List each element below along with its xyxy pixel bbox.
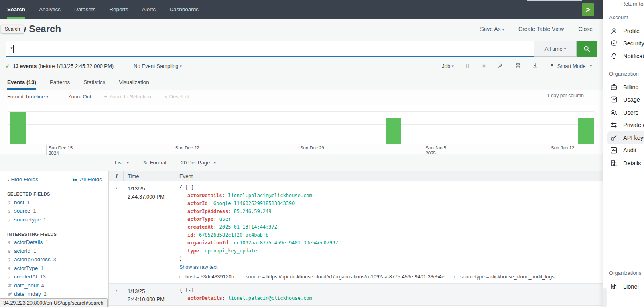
json-field: actorDetails: lionel.palacin@clickhouse.…	[179, 192, 603, 200]
console-menu-item[interactable]: Lionel	[607, 280, 644, 293]
column-info: i	[109, 171, 124, 181]
return-link[interactable]: Return to	[621, 1, 644, 7]
gridline	[8, 137, 594, 137]
field-item[interactable]: ahost1	[7, 199, 108, 205]
stop-icon[interactable]	[481, 63, 487, 69]
console-menu-item[interactable]: Audit	[607, 144, 644, 157]
timeline-bar[interactable]	[578, 118, 594, 144]
timeline-bar[interactable]	[10, 112, 26, 144]
console-menu-item[interactable]: API keys	[607, 131, 644, 144]
event-row: › 1/13/25 2:44:37.000 PM { [-] actorDeta…	[109, 181, 603, 284]
smart-mode-menu[interactable]: Smart Mode▾	[549, 63, 592, 69]
field-item[interactable]: aactorDetails1	[7, 239, 108, 245]
flag-icon	[549, 63, 555, 69]
collapse-json-link[interactable]: [-]	[185, 185, 194, 190]
nav-item[interactable]: Dashboards	[169, 0, 199, 19]
nav-item[interactable]: Analytics	[39, 0, 61, 19]
field-item[interactable]: aactorType1	[7, 265, 108, 271]
selected-fields-list: ahost1asource1asourcetype1	[7, 199, 108, 223]
show-raw-text-link[interactable]: Show as raw text	[179, 263, 217, 271]
console-menu-item[interactable]: Usage	[607, 94, 644, 106]
field-item[interactable]: #date_hour4	[7, 282, 108, 289]
save-as-button[interactable]: Save As▾	[480, 26, 504, 32]
time-range-picker[interactable]: All time▾	[534, 41, 577, 57]
tab[interactable]: Patterns	[50, 74, 70, 90]
audit-icon	[610, 146, 618, 154]
interesting-fields-title: INTERESTING FIELDS	[7, 232, 108, 237]
nav-item[interactable]: Datasets	[74, 0, 95, 19]
console-menu-item[interactable]: Profile	[607, 25, 644, 37]
console-menu-item[interactable]: Billing	[607, 81, 644, 94]
header-actions: Save As▾ Create Table View Close	[480, 26, 593, 32]
nav-item[interactable]: Search	[7, 0, 25, 19]
plus-icon: +	[104, 94, 108, 100]
timeline-scale-note: 1 day per column	[547, 93, 584, 98]
field-item[interactable]: acreatedAt13	[7, 274, 108, 280]
format-timeline-menu[interactable]: Format Timeline▾	[7, 94, 48, 100]
event-meta-field[interactable]: source = https://api.clickhouse.cloud/v1…	[240, 274, 454, 280]
create-table-view-button[interactable]: Create Table View	[518, 26, 564, 32]
close-button[interactable]: Close	[578, 26, 593, 32]
usage-chart-icon	[610, 96, 618, 104]
console-menu-item[interactable]: Details	[607, 157, 644, 170]
hide-fields-button[interactable]: ‹Hide Fields	[7, 176, 38, 182]
field-item[interactable]: #date_mday2	[7, 291, 108, 297]
nav-item[interactable]: Reports	[109, 0, 128, 19]
nav-items: SearchAnalyticsDatasetsReportsAlertsDash…	[7, 0, 603, 19]
console-menu-item[interactable]: Security	[607, 37, 644, 50]
users-icon	[610, 108, 618, 117]
x-tick: Sun Jan 12	[549, 145, 574, 155]
expand-row-icon[interactable]: ›	[109, 284, 124, 293]
splunk-logo[interactable]: >	[582, 3, 594, 16]
timeline-controls: Format Timeline▾ —Zoom Out +Zoom to Sele…	[7, 94, 189, 100]
section-title: Organizations	[607, 270, 644, 276]
splunk-window: SearchAnalyticsDatasetsReportsAlertsDash…	[0, 0, 603, 307]
json-fields: actorDetails: lionel.palacin@clickhouse.…	[179, 295, 603, 303]
json-field: id: 678526d582c1f20fac4babfb	[179, 231, 603, 239]
zoom-to-selection-button[interactable]: +Zoom to Selection	[104, 94, 151, 100]
field-item[interactable]: asource1	[7, 208, 108, 214]
field-item[interactable]: asourcetype1	[7, 217, 108, 223]
x-tick: Sun Dec 22	[173, 145, 199, 155]
console-menu-item[interactable]: Users	[607, 106, 644, 119]
pause-icon[interactable]	[465, 63, 470, 69]
column-event: Event	[176, 171, 603, 181]
zoom-out-button[interactable]: —Zoom Out	[61, 94, 91, 100]
field-item[interactable]: aactorId1	[7, 248, 108, 254]
y-axis-left	[1, 105, 7, 144]
event-meta-field[interactable]: sourcetype = clickhouse_cloud_audit_logs	[454, 274, 560, 280]
event-meta-field[interactable]: host = 53de4339120b	[179, 274, 240, 280]
share-icon[interactable]	[498, 63, 504, 69]
x-axis: Sun Dec 152024Sun Dec 22Sun Dec 29Sun Ja…	[8, 145, 594, 155]
console-menu-item[interactable]: Private endpoints	[607, 119, 644, 132]
all-fields-button[interactable]: All Fields	[73, 176, 102, 182]
window-edge-artifact	[527, 0, 582, 1]
json-field: actorIpAddress: 85.246.59.249	[179, 208, 603, 216]
event-sampling-menu[interactable]: No Event Sampling▾	[134, 63, 182, 69]
x-tick: Sun Jan 52025	[423, 145, 446, 155]
format-menu[interactable]: ✎Format	[143, 160, 167, 166]
json-field: createdAt: 2025-01-13T14:44:37Z	[179, 223, 603, 231]
print-icon[interactable]	[515, 63, 521, 69]
timeline-bar[interactable]	[386, 118, 401, 144]
deselect-button[interactable]: ×Deselect	[164, 94, 189, 100]
chevron-down-icon: ▾	[180, 64, 182, 68]
building-icon	[610, 159, 618, 167]
collapse-json-link[interactable]: [-]	[185, 287, 194, 293]
tab[interactable]: Events (13)	[7, 74, 36, 90]
nav-item[interactable]: Alerts	[142, 0, 156, 19]
tab[interactable]: Statistics	[83, 74, 105, 90]
view-mode-menu[interactable]: List▾	[115, 160, 129, 166]
console-menu: Lionel	[607, 280, 644, 293]
search-button[interactable]	[577, 41, 597, 57]
console-menu-item[interactable]: Notifications	[607, 50, 644, 63]
tab[interactable]: Visualization	[119, 74, 149, 90]
job-menu[interactable]: Job▾	[442, 63, 454, 69]
export-icon[interactable]	[532, 63, 538, 69]
field-item[interactable]: aactorIpAddress3	[7, 256, 108, 262]
per-page-menu[interactable]: 20 Per Page▾	[181, 160, 216, 166]
user-icon	[610, 27, 618, 35]
key-icon	[610, 134, 618, 142]
search-input[interactable]: *	[6, 41, 534, 57]
expand-row-icon[interactable]: ›	[109, 181, 124, 191]
